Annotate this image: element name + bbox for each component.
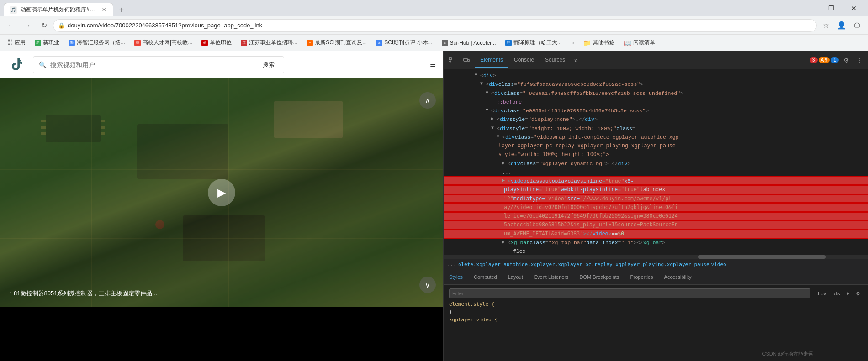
html-line[interactable]: ▼ <div class="videoWrap init-complete xg…: [444, 133, 868, 141]
expand-arrow[interactable]: ▼: [486, 89, 491, 96]
breadcrumb-tag[interactable]: video: [711, 262, 726, 267]
bookmark-favicon: 新: [35, 40, 41, 46]
active-tab[interactable]: 🎵 动画演示单片机如何跑程序#单片... ✕: [4, 3, 113, 16]
html-line[interactable]: ▼ <div class="f8f92fbaa6a9978696cbc0d0e2…: [444, 80, 868, 89]
expand-arrow[interactable]: ▼: [475, 72, 480, 78]
video-element-line-7[interactable]: um_AWEME_DETAIL&aid=6383"></video> == $0: [444, 230, 868, 238]
elements-panel[interactable]: ▼ <div> ▼ <div class="f8f92fbaa6a9978696…: [444, 69, 868, 255]
header-menu-btn[interactable]: ≡: [430, 59, 436, 71]
address-bar[interactable]: 🔒 douyin.com/video/7000222046638574851?p…: [53, 19, 817, 32]
bookmark-sci1[interactable]: P 最新SCI期刊查询及...: [303, 37, 370, 49]
html-line[interactable]: ▶ flex: [444, 247, 868, 255]
tab-dom-breakpoints[interactable]: DOM Breakpoints: [574, 270, 625, 285]
bookmark-scihub[interactable]: S Sci-Hub | Acceler...: [438, 37, 500, 49]
profile-btn[interactable]: 👤: [834, 18, 849, 33]
bookmark-label: 最新SCI期刊查询及...: [315, 39, 367, 47]
bookmark-others[interactable]: 📁 其他书签: [579, 37, 618, 49]
horizontal-scrollbar[interactable]: [444, 255, 868, 259]
forward-btn[interactable]: →: [20, 18, 35, 33]
devtools-tabs: Elements Console Sources »: [473, 53, 810, 68]
bookmark-translate[interactable]: 翻 翻译原理（哈工大...: [502, 37, 566, 49]
html-line-dots[interactable]: ...: [444, 168, 868, 177]
expand-arrow[interactable]: ▶: [491, 115, 497, 122]
tab-computed[interactable]: Computed: [468, 270, 503, 285]
extensions-btn[interactable]: ⬡: [850, 18, 864, 33]
tab-sources[interactable]: Sources: [540, 53, 571, 68]
expand-arrow[interactable]: ▼: [491, 125, 497, 131]
plus-btn[interactable]: +: [844, 290, 852, 297]
expand-arrow[interactable]: ▶: [502, 177, 508, 184]
html-line[interactable]: ▶ <xg-bar class="xg-top-bar" data-index=…: [444, 238, 868, 247]
play-btn[interactable]: ▶: [208, 179, 235, 206]
tab-console[interactable]: Console: [508, 53, 540, 68]
tab-title: 动画演示单片机如何跑程序#单片...: [21, 6, 96, 14]
breadcrumb-item[interactable]: ...: [447, 262, 456, 267]
style-settings-btn[interactable]: ⚙: [853, 290, 863, 298]
bookmark-sci2[interactable]: S SCI期刊点评 小木...: [372, 37, 436, 49]
video-element-line-2[interactable]: playsinline="true" webkit-playsinline="t…: [444, 185, 868, 194]
apps-bookmark[interactable]: ⠿ 应用: [4, 37, 29, 49]
expand-arrow[interactable]: ▼: [486, 107, 491, 114]
tab-event-listeners[interactable]: Event Listeners: [529, 270, 574, 285]
bookmark-xinzhiye[interactable]: 新 新职业: [31, 37, 63, 49]
html-line[interactable]: layer xgplayer-pc replay xgplayer-playin…: [444, 141, 868, 150]
bookmark-danwei[interactable]: 单 单位职位: [198, 37, 235, 49]
expand-arrow[interactable]: ▼: [480, 80, 486, 87]
html-line[interactable]: ▼ <div style="height: 100%; width: 100%;…: [444, 124, 868, 133]
expand-arrow[interactable]: ▶: [502, 239, 508, 246]
html-line[interactable]: ▼ <div class="_9036a17f9488cffb2fbb167ee…: [444, 89, 868, 98]
search-btn[interactable]: 搜索: [259, 61, 278, 69]
tab-layout[interactable]: Layout: [503, 270, 529, 285]
tab-more-btn[interactable]: »: [571, 57, 582, 64]
filter-btns: :hov .cls + ⚙: [814, 290, 863, 298]
video-nav-down-btn[interactable]: ∨: [419, 277, 436, 293]
video-element-line-6[interactable]: 5acfeccb1bd98e5815b22&is_play_url=1&sour…: [444, 220, 868, 229]
minimize-btn[interactable]: —: [798, 0, 819, 16]
html-line[interactable]: ▶ ::before: [444, 98, 868, 106]
new-tab-btn[interactable]: +: [115, 4, 128, 16]
maximize-btn[interactable]: ❐: [820, 0, 842, 16]
tiktok-logo[interactable]: [7, 56, 26, 74]
bookmark-jiangsu[interactable]: 江 江苏事业单位招聘...: [237, 37, 301, 49]
devtools-menu-btn[interactable]: ⋮: [853, 54, 866, 67]
search-input[interactable]: [50, 61, 251, 68]
bookmark-more-btn[interactable]: »: [567, 37, 578, 49]
refresh-btn[interactable]: ↻: [37, 18, 51, 33]
expand-arrow[interactable]: ▶: [502, 160, 508, 167]
filter-input[interactable]: [449, 288, 810, 298]
bookmark-btn[interactable]: ☆: [819, 18, 833, 33]
video-element-line-4[interactable]: ay/?video_id=v0200fg10000c4isgcbc77ufth2…: [444, 203, 868, 212]
search-divider: [255, 60, 255, 69]
video-nav-up-btn[interactable]: ∧: [419, 92, 436, 109]
bookmark-gaoxiao[interactable]: 高 高校人才网|高校教...: [131, 37, 196, 49]
search-box[interactable]: 🔍 搜索: [33, 56, 284, 73]
html-line[interactable]: ▼ <div class="e0855af4151de070355c4d56e7…: [444, 106, 868, 115]
inspect-element-btn[interactable]: [445, 54, 458, 67]
expand-arrow[interactable]: ▼: [497, 133, 502, 140]
settings-btn[interactable]: ⚙: [840, 54, 852, 67]
horizontal-scroll-thumb[interactable]: [698, 255, 826, 259]
tab-styles[interactable]: Styles: [444, 270, 468, 285]
video-element-line[interactable]: ▶ <video class autoplay playsinline="tru…: [444, 177, 868, 185]
hov-btn[interactable]: :hov: [814, 290, 828, 297]
device-toggle-btn[interactable]: [460, 54, 473, 67]
breadcrumb-classname[interactable]: olete.xgplayer_autohide.xgplayer.xgplaye…: [458, 262, 709, 267]
video-element-line-3[interactable]: "2" mediatype="video" src="//www.douyin.…: [444, 194, 868, 203]
close-btn[interactable]: ✕: [843, 0, 864, 16]
bookmark-haizhi[interactable]: 海 海智汇服务网（绍...: [65, 37, 129, 49]
html-line[interactable]: style="width: 100%; height: 100%;">: [444, 150, 868, 159]
devtools-breadcrumb: ... olete.xgplayer_autohide.xgplayer.xgp…: [444, 259, 868, 270]
browser-window: 🎵 动画演示单片机如何跑程序#单片... ✕ + — ❐ ✕ ← → ↻ 🔒 d…: [0, 0, 868, 361]
tab-elements[interactable]: Elements: [475, 53, 508, 68]
tab-properties[interactable]: Properties: [625, 270, 658, 285]
cls-btn[interactable]: .cls: [830, 290, 842, 297]
video-element-line-5[interactable]: le_id=e76ed4021191472f9649f736fbb25092&s…: [444, 212, 868, 220]
bookmark-favicon: 江: [241, 40, 247, 46]
html-line[interactable]: ▶ <div class="xgplayer-dynamic-bg">…</di…: [444, 159, 868, 168]
back-btn[interactable]: ←: [4, 18, 18, 33]
tab-accessibility[interactable]: Accessibility: [659, 270, 697, 285]
html-line[interactable]: ▶ <div style="display:none">…</div>: [444, 115, 868, 124]
html-line[interactable]: ▼ <div>: [444, 71, 868, 80]
tab-close-btn[interactable]: ✕: [100, 6, 107, 14]
bookmark-reading[interactable]: 📖 阅读清单: [620, 37, 659, 49]
